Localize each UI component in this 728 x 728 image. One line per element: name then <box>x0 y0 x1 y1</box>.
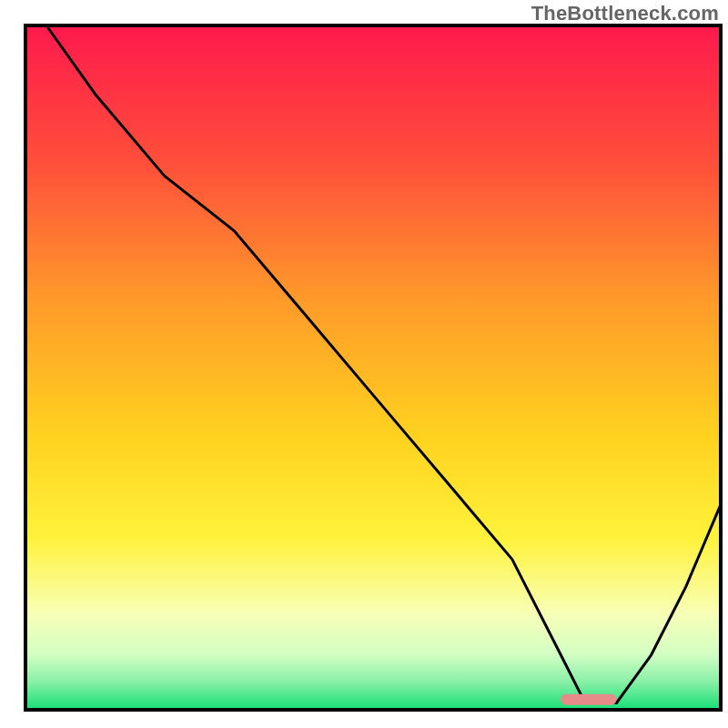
trough-marker <box>561 694 616 705</box>
chart-canvas: TheBottleneck.com <box>0 0 728 728</box>
plot-background <box>27 27 719 708</box>
attribution-label: TheBottleneck.com <box>531 2 719 25</box>
bottleneck-plot <box>0 0 728 728</box>
